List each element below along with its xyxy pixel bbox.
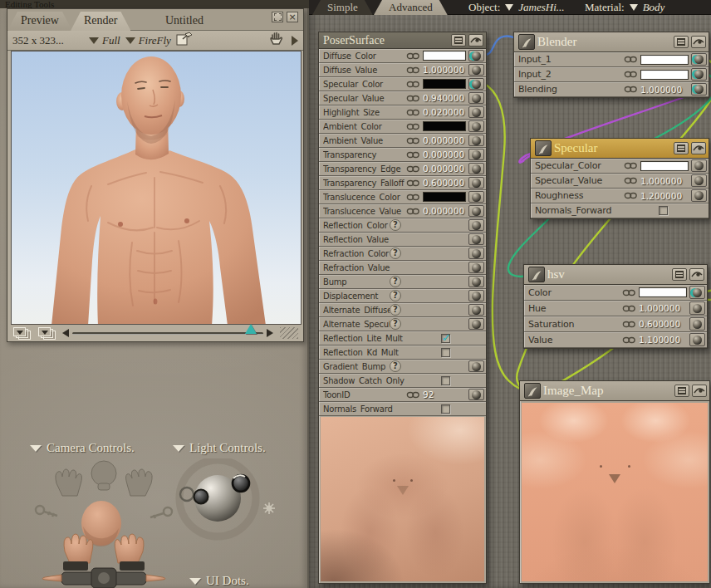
animation-link-icon[interactable] xyxy=(406,179,420,187)
node-plug-icon[interactable] xyxy=(689,301,705,315)
checkbox[interactable] xyxy=(441,348,450,357)
parameter-value[interactable]: 0.000000 xyxy=(423,149,464,159)
node-plug-icon[interactable] xyxy=(468,318,484,330)
blender-node-header[interactable]: Blender xyxy=(514,32,709,52)
parameter-value[interactable]: 1.200000 xyxy=(640,191,682,201)
node-plug-icon[interactable] xyxy=(468,233,484,245)
preview-eye-icon[interactable] xyxy=(691,36,706,48)
node-plug-icon[interactable] xyxy=(468,177,484,189)
node-plug-icon[interactable] xyxy=(468,106,484,118)
parameter-value[interactable]: 1.000000 xyxy=(640,176,682,186)
node-options-icon[interactable] xyxy=(672,268,687,281)
node-plug-icon[interactable] xyxy=(468,135,484,146)
specular-node-header[interactable]: Specular xyxy=(531,139,709,159)
node-plug-icon[interactable] xyxy=(691,83,707,96)
animation-link-icon[interactable] xyxy=(624,86,638,93)
color-swatch[interactable] xyxy=(640,161,689,171)
animation-link-icon[interactable] xyxy=(406,81,420,88)
parameter-value[interactable]: 0.940000 xyxy=(423,93,464,103)
parameter-value[interactable]: 0.000000 xyxy=(423,206,464,216)
node-plug-icon[interactable] xyxy=(468,262,484,273)
node-output-icon[interactable] xyxy=(528,267,545,282)
checkbox[interactable] xyxy=(441,376,450,385)
animation-link-icon[interactable] xyxy=(624,192,638,199)
color-swatch[interactable] xyxy=(640,70,689,80)
node-plug-icon[interactable] xyxy=(468,92,484,104)
node-plug-icon[interactable] xyxy=(468,360,484,372)
node-plug-icon[interactable] xyxy=(468,205,484,217)
node-plug-icon[interactable] xyxy=(691,189,707,202)
animation-link-icon[interactable] xyxy=(624,56,638,63)
node-options-icon[interactable] xyxy=(674,142,689,154)
specular-node[interactable]: Specular Specular_ColorSpecular_Value1.0… xyxy=(530,138,709,219)
object-selector[interactable]: Object: JamesHi... xyxy=(468,1,565,14)
parameter-value[interactable]: 0.000000 xyxy=(423,135,464,145)
parameter-value[interactable]: 1.000000 xyxy=(423,65,464,75)
node-plug-icon[interactable] xyxy=(689,286,705,299)
node-plug-icon[interactable] xyxy=(468,191,484,203)
poser-surface-header[interactable]: PoserSurface xyxy=(319,32,486,49)
parameter-value[interactable]: 0.000000 xyxy=(423,164,464,174)
animation-link-icon[interactable] xyxy=(406,208,420,215)
animation-link-icon[interactable] xyxy=(624,71,638,78)
node-options-icon[interactable] xyxy=(674,36,689,48)
color-swatch[interactable] xyxy=(639,287,687,297)
node-plug-icon[interactable] xyxy=(468,389,484,400)
animation-link-icon[interactable] xyxy=(624,162,638,169)
node-plug-icon[interactable] xyxy=(468,64,484,76)
node-options-icon[interactable] xyxy=(674,385,689,397)
animation-link-icon[interactable] xyxy=(406,151,420,159)
node-output-icon[interactable] xyxy=(518,34,535,50)
animation-link-icon[interactable] xyxy=(406,137,420,145)
node-plug-icon[interactable] xyxy=(468,163,484,174)
help-question-icon[interactable]: ? xyxy=(390,247,401,259)
checkbox[interactable] xyxy=(441,334,450,343)
color-swatch[interactable] xyxy=(423,192,466,202)
animation-link-icon[interactable] xyxy=(622,305,636,312)
parameter-value[interactable]: 0.020000 xyxy=(423,107,464,117)
node-plug-icon[interactable] xyxy=(468,120,484,132)
animation-link-icon[interactable] xyxy=(622,321,636,328)
node-plug-icon[interactable] xyxy=(468,219,484,231)
help-question-icon[interactable]: ? xyxy=(390,219,401,231)
animation-link-icon[interactable] xyxy=(406,66,420,74)
node-plug-icon[interactable] xyxy=(468,276,484,287)
node-plug-icon[interactable] xyxy=(689,317,705,331)
preview-eye-icon[interactable] xyxy=(691,142,706,154)
node-output-icon[interactable] xyxy=(535,140,552,156)
color-swatch[interactable] xyxy=(423,121,466,131)
animation-link-icon[interactable] xyxy=(406,109,420,116)
parameter-value[interactable]: 1.000000 xyxy=(640,85,682,95)
node-plug-icon[interactable] xyxy=(689,333,705,346)
hsv-node-header[interactable]: hsv xyxy=(524,265,707,285)
animation-link-icon[interactable] xyxy=(406,123,420,130)
animation-link-icon[interactable] xyxy=(406,95,420,102)
node-options-icon[interactable] xyxy=(451,34,466,47)
node-plug-icon[interactable] xyxy=(691,53,707,66)
image-map-texture-preview[interactable] xyxy=(522,403,708,581)
node-plug-icon[interactable] xyxy=(468,290,484,301)
parameter-value[interactable]: 0.600000 xyxy=(639,319,680,329)
color-swatch[interactable] xyxy=(640,55,689,65)
node-plug-icon[interactable] xyxy=(691,174,707,187)
hsv-node[interactable]: hsv ColorHue1.000000Saturation0.600000Va… xyxy=(523,264,708,349)
node-plug-icon[interactable] xyxy=(691,159,707,172)
parameter-value[interactable]: 92 xyxy=(423,390,434,399)
node-plug-icon[interactable] xyxy=(468,247,484,259)
parameter-value[interactable]: 0.600000 xyxy=(423,178,464,188)
node-plug-icon[interactable] xyxy=(468,304,484,316)
help-question-icon[interactable]: ? xyxy=(390,276,401,287)
tab-advanced[interactable]: Advanced xyxy=(374,0,448,15)
checkbox[interactable] xyxy=(659,206,668,215)
animation-link-icon[interactable] xyxy=(622,336,636,344)
help-question-icon[interactable]: ? xyxy=(390,290,401,301)
tab-render[interactable]: Render xyxy=(71,12,130,31)
animation-link-icon[interactable] xyxy=(622,289,636,296)
blender-node[interactable]: Blender Input_1Input_2Blending1.000000 xyxy=(513,32,709,98)
animation-link-icon[interactable] xyxy=(406,194,420,201)
animation-link-icon[interactable] xyxy=(406,52,420,60)
parameter-value[interactable]: 1.100000 xyxy=(639,335,680,345)
help-question-icon[interactable]: ? xyxy=(390,318,401,330)
node-plug-icon[interactable] xyxy=(468,149,484,160)
help-question-icon[interactable]: ? xyxy=(390,304,401,316)
